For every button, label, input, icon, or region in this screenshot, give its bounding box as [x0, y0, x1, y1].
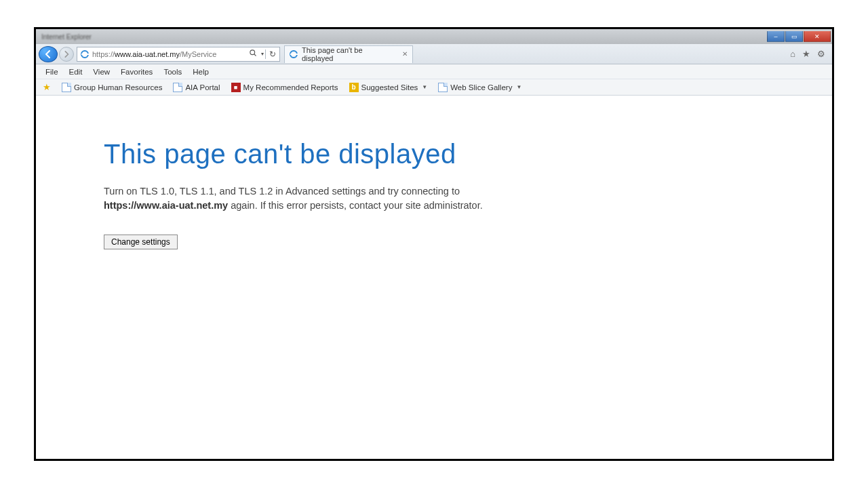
- window-maximize-button[interactable]: ▭: [785, 31, 803, 42]
- fav-web-slice-gallery[interactable]: Web Slice Gallery ▼: [434, 81, 526, 94]
- chevron-down-icon: ▼: [516, 84, 521, 90]
- bing-icon: b: [349, 83, 359, 92]
- fav-my-recommended-reports[interactable]: ■ My Recommended Reports: [227, 81, 342, 94]
- address-bar[interactable]: https://www.aia-uat.net.my/MyService ▾ ↻: [77, 47, 280, 62]
- error-body: Turn on TLS 1.0, TLS 1.1, and TLS 1.2 in…: [104, 184, 511, 213]
- fav-label: My Recommended Reports: [243, 83, 338, 92]
- error-heading: This page can't be displayed: [104, 139, 832, 169]
- url-path: /MyService: [180, 50, 216, 58]
- home-icon[interactable]: ⌂: [790, 49, 795, 59]
- favorites-bar: ★ Group Human Resources AIA Portal ■ My …: [36, 79, 832, 96]
- fav-label: Suggested Sites: [361, 83, 418, 92]
- star-icon: ★: [43, 82, 51, 92]
- fav-label: Group Human Resources: [74, 83, 162, 92]
- chrome-right-icons: ⌂ ★ ⚙: [790, 49, 832, 59]
- page-content: This page can't be displayed Turn on TLS…: [36, 96, 832, 459]
- window-minimize-button[interactable]: –: [767, 31, 785, 42]
- error-body-prefix: Turn on TLS 1.0, TLS 1.1, and TLS 1.2 in…: [104, 186, 460, 197]
- page-icon: [438, 83, 448, 92]
- chevron-down-icon: ▼: [422, 84, 427, 90]
- tab-close-button[interactable]: ✕: [400, 49, 410, 59]
- add-to-favorites-button[interactable]: ★: [39, 81, 55, 94]
- fav-aia-portal[interactable]: AIA Portal: [169, 81, 224, 94]
- change-settings-button[interactable]: Change settings: [104, 235, 178, 249]
- error-body-host: https://www.aia-uat.net.my: [104, 200, 228, 211]
- address-bar-row: https://www.aia-uat.net.my/MyService ▾ ↻…: [36, 44, 832, 64]
- page-icon: [62, 83, 71, 92]
- error-body-suffix: again. If this error persists, contact y…: [228, 200, 483, 211]
- ie-logo-icon: [80, 49, 90, 59]
- svg-line-1: [254, 54, 256, 56]
- window-titlebar: Internet Explorer – ▭ ✕: [36, 29, 832, 44]
- menu-view[interactable]: View: [87, 66, 115, 78]
- browser-window: Internet Explorer – ▭ ✕ https://www.aia-…: [34, 27, 834, 461]
- menu-bar: File Edit View Favorites Tools Help: [36, 64, 832, 79]
- menu-edit[interactable]: Edit: [64, 66, 88, 78]
- fav-suggested-sites[interactable]: b Suggested Sites ▼: [345, 81, 432, 94]
- window-close-button[interactable]: ✕: [804, 31, 831, 42]
- menu-tools[interactable]: Tools: [158, 66, 187, 78]
- url-host: www.aia-uat.net.my: [115, 50, 180, 58]
- search-dropdown-caret[interactable]: ▾: [260, 51, 265, 57]
- menu-help[interactable]: Help: [187, 66, 214, 78]
- menu-favorites[interactable]: Favorites: [115, 66, 158, 78]
- nav-forward-button[interactable]: [59, 47, 74, 62]
- tools-gear-icon[interactable]: ⚙: [817, 49, 825, 59]
- search-icon[interactable]: [246, 49, 260, 59]
- tab-ie-icon: [289, 49, 298, 59]
- browser-tab[interactable]: This page can't be displayed ✕: [284, 45, 413, 63]
- fav-label: Web Slice Gallery: [450, 83, 512, 92]
- url-scheme: https://: [92, 50, 115, 58]
- nav-back-button[interactable]: [39, 46, 58, 62]
- favorites-star-icon[interactable]: ★: [802, 49, 810, 59]
- address-url: https://www.aia-uat.net.my/MyService: [92, 50, 246, 58]
- menu-file[interactable]: File: [40, 66, 64, 78]
- page-icon: [173, 83, 182, 92]
- window-title-blur: Internet Explorer: [36, 33, 766, 41]
- fav-group-human-resources[interactable]: Group Human Resources: [58, 81, 166, 94]
- svg-point-0: [250, 50, 255, 55]
- tab-title: This page can't be displayed: [302, 46, 396, 62]
- red-square-icon: ■: [231, 83, 241, 92]
- refresh-icon[interactable]: ↻: [266, 49, 279, 59]
- fav-label: AIA Portal: [185, 83, 220, 92]
